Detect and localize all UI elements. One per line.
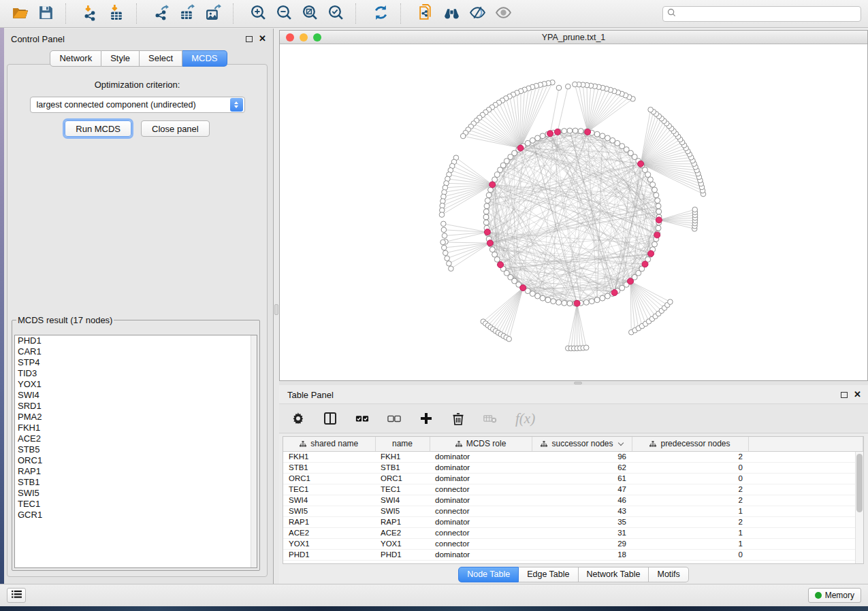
select-all-columns-icon[interactable] (355, 412, 369, 425)
graph-node[interactable] (668, 299, 673, 305)
apply-layout-button[interactable] (368, 3, 393, 24)
column-header-name[interactable]: name (375, 437, 430, 451)
graph-node[interactable] (441, 221, 447, 227)
graph-node[interactable] (486, 193, 492, 198)
column-header-MCDS-role[interactable]: MCDS role (430, 437, 532, 451)
table-row[interactable]: FKH1FKH1dominator962 (283, 451, 863, 462)
delete-table-icon[interactable] (483, 412, 497, 425)
graph-node[interactable] (551, 299, 556, 304)
graph-node[interactable] (483, 214, 489, 220)
tab-node-table[interactable]: Node Table (458, 567, 519, 582)
vertical-splitter[interactable] (274, 29, 279, 584)
graph-node[interactable] (485, 198, 490, 203)
table-row[interactable]: RAP1RAP1dominator352 (283, 516, 863, 527)
graph-node[interactable] (460, 133, 466, 139)
new-network-from-selection-button[interactable] (413, 3, 438, 24)
graph-node[interactable] (650, 182, 656, 187)
export-network-button[interactable] (148, 3, 174, 24)
mcds-graph-node[interactable] (489, 182, 496, 188)
zoom-out-button[interactable] (271, 3, 297, 24)
mcds-result-list[interactable]: PHD1CAR1STP4TID3YOX1SWI4SRD1PMA2FKH1ACE2… (14, 335, 257, 568)
mcds-result-item[interactable]: RAP1 (15, 466, 257, 477)
tab-network-table[interactable]: Network Table (579, 567, 649, 582)
graph-node[interactable] (566, 84, 571, 89)
graph-node[interactable] (578, 129, 583, 134)
mcds-graph-node[interactable] (574, 300, 580, 306)
show-panels-button[interactable] (7, 588, 26, 603)
graph-node[interactable] (545, 297, 551, 303)
graph-node[interactable] (483, 220, 489, 225)
graph-node[interactable] (567, 128, 573, 133)
graph-node[interactable] (654, 193, 659, 198)
tab-mcds[interactable]: MCDS (182, 50, 227, 67)
graph-node[interactable] (655, 198, 660, 203)
splitter-grip[interactable] (274, 304, 278, 315)
graph-node[interactable] (483, 209, 489, 214)
mcds-result-item[interactable]: FKH1 (15, 423, 257, 433)
graph-node[interactable] (600, 295, 605, 301)
graph-node[interactable] (489, 247, 495, 252)
graph-node[interactable] (567, 301, 573, 306)
table-row[interactable]: YOX1YOX1connector291 (283, 538, 863, 549)
graph-node[interactable] (442, 233, 447, 239)
graph-node[interactable] (535, 135, 541, 141)
mcds-result-item[interactable]: SWI5 (15, 488, 257, 499)
graph-node[interactable] (484, 203, 489, 209)
mcds-result-item[interactable]: CAR1 (15, 346, 257, 357)
float-panel-icon[interactable] (246, 36, 253, 42)
mcds-result-item[interactable]: SRD1 (15, 401, 257, 412)
mcds-result-item[interactable]: TEC1 (15, 499, 257, 510)
graph-node[interactable] (583, 299, 589, 305)
graph-node[interactable] (610, 137, 615, 143)
mcds-graph-node[interactable] (487, 240, 493, 246)
table-scrollbar-thumb[interactable] (856, 454, 863, 512)
graph-node[interactable] (652, 242, 658, 247)
mcds-graph-node[interactable] (611, 290, 617, 296)
import-table-button[interactable] (103, 3, 129, 24)
graph-node[interactable] (583, 345, 589, 350)
graph-node[interactable] (594, 297, 600, 303)
tab-motifs[interactable]: Motifs (649, 567, 688, 582)
deselect-all-columns-icon[interactable] (387, 412, 401, 425)
column-header-shared-name[interactable]: shared name (283, 437, 375, 451)
function-builder-icon[interactable]: f(x) (515, 410, 535, 427)
graph-node[interactable] (589, 299, 594, 304)
column-header-predecessor-nodes[interactable]: predecessor nodes (632, 437, 748, 451)
graph-node[interactable] (594, 131, 600, 137)
mcds-graph-node[interactable] (654, 232, 660, 238)
memory-button[interactable]: Memory (808, 588, 861, 603)
delete-columns-icon[interactable] (451, 412, 465, 425)
table-row[interactable]: ORC1ORC1dominator610 (283, 473, 863, 484)
mcds-graph-node[interactable] (517, 145, 524, 151)
graph-node[interactable] (556, 85, 562, 90)
graph-node[interactable] (540, 133, 545, 139)
graph-node[interactable] (530, 291, 535, 297)
tab-style[interactable]: Style (101, 50, 140, 67)
zoom-in-button[interactable] (245, 3, 271, 24)
float-panel-icon[interactable] (841, 392, 848, 398)
graph-node[interactable] (442, 245, 447, 250)
mcds-graph-node[interactable] (554, 129, 560, 135)
mcds-result-item[interactable]: PMA2 (15, 412, 257, 423)
mcds-result-item[interactable]: TID3 (15, 368, 257, 379)
close-panel-button[interactable]: Close panel (141, 120, 210, 137)
graph-node[interactable] (656, 209, 662, 214)
search-input[interactable] (679, 9, 856, 18)
graph-node[interactable] (605, 135, 610, 141)
graph-node[interactable] (507, 336, 512, 342)
show-graphics-details-button[interactable] (490, 3, 516, 24)
table-row[interactable]: STB1STB1dominator620 (283, 462, 863, 473)
mcds-graph-node[interactable] (638, 161, 644, 167)
mcds-result-item[interactable]: YOX1 (15, 379, 257, 390)
close-panel-icon[interactable]: ✕ (259, 35, 266, 42)
zoom-selected-button[interactable] (323, 3, 349, 24)
mcds-result-item[interactable]: GCR1 (15, 510, 257, 521)
hide-graphics-details-button[interactable] (464, 3, 490, 24)
table-scrollbar[interactable] (855, 452, 863, 563)
mcds-result-item[interactable]: ACE2 (15, 433, 257, 444)
mcds-graph-node[interactable] (648, 250, 654, 257)
search-box[interactable] (662, 6, 861, 22)
graph-node[interactable] (573, 82, 578, 87)
mcds-graph-node[interactable] (498, 262, 504, 268)
column-header-successor-nodes[interactable]: successor nodes (532, 437, 632, 451)
